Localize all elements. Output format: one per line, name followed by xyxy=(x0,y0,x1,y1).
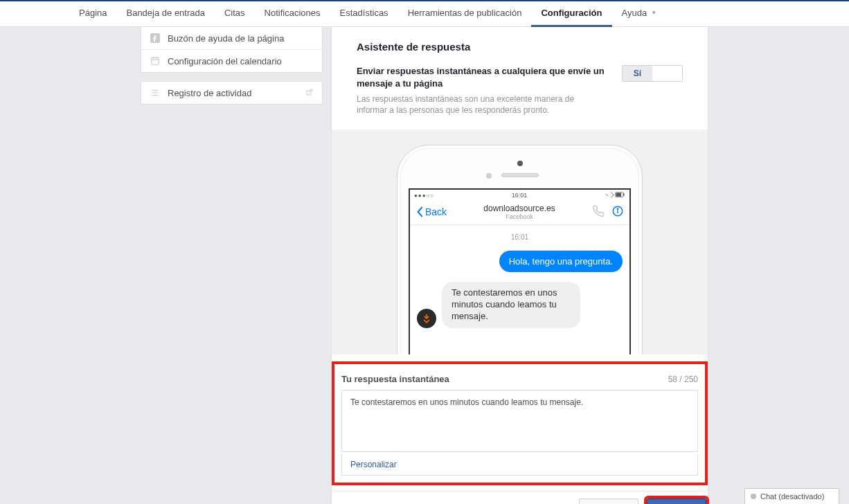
char-count: 58 / 250 xyxy=(668,375,698,384)
phone-speaker-icon xyxy=(501,173,539,177)
action-buttons: Cancelar Guardar xyxy=(332,498,708,504)
list-icon xyxy=(150,87,161,98)
nav-label: Bandeja de entrada xyxy=(126,8,204,18)
outgoing-message: Hola, tengo una pregunta. xyxy=(499,251,623,272)
instant-reply-textarea[interactable] xyxy=(341,390,698,452)
signal-icon: ●●●○○ xyxy=(414,192,434,199)
chat-dock[interactable]: Chat (desactivado) xyxy=(744,488,839,504)
top-nav: Página Bandeja de entrada Citas Notifica… xyxy=(0,0,849,27)
save-button[interactable]: Guardar xyxy=(647,498,706,504)
toggle-off-label xyxy=(652,66,682,81)
nav-label: Citas xyxy=(224,8,245,18)
nav-stats[interactable]: Estadísticas xyxy=(330,1,398,27)
phone-icon xyxy=(592,205,605,219)
conversation-subtitle: Facebook xyxy=(447,213,592,220)
download-arrow-icon xyxy=(421,313,432,324)
status-time: 16:01 xyxy=(512,192,528,199)
nav-label: Configuración xyxy=(541,8,602,18)
facebook-icon xyxy=(150,33,161,44)
sidebar: Buzón de ayuda de la página Configuració… xyxy=(141,27,323,113)
sidebar-item-activity-log[interactable]: Registro de actividad xyxy=(141,82,322,104)
nav-label: Herramientas de publicación xyxy=(408,8,522,18)
personalize-link[interactable]: Personalizar xyxy=(341,454,698,476)
phone-sensor-icon xyxy=(486,173,492,179)
svg-rect-7 xyxy=(616,192,621,196)
section-title: Asistente de respuesta xyxy=(332,27,708,65)
nav-settings[interactable]: Configuración xyxy=(531,1,611,27)
external-link-icon xyxy=(305,88,314,98)
calendar-icon xyxy=(150,55,161,66)
chevron-down-icon: ▼ xyxy=(651,10,656,16)
svg-rect-8 xyxy=(623,193,625,196)
nav-help[interactable]: Ayuda ▼ xyxy=(612,1,667,27)
instant-reply-editor-block: Tu respuesta instantánea 58 / 250 Person… xyxy=(332,361,708,485)
conversation-header: Back downloadsource.es Facebook xyxy=(410,201,629,225)
sidebar-panel: Registro de actividad xyxy=(141,81,323,105)
sidebar-item-label: Registro de actividad xyxy=(168,88,251,98)
cancel-button[interactable]: Cancelar xyxy=(579,498,638,504)
nav-label: Estadísticas xyxy=(340,8,388,18)
nav-pagina[interactable]: Página xyxy=(69,1,116,27)
nav-label: Ayuda xyxy=(622,8,647,18)
message-timestamp: 16:01 xyxy=(417,233,623,241)
avatar xyxy=(417,309,436,328)
nav-citas[interactable]: Citas xyxy=(215,1,255,27)
status-bar: ●●●○○ 16:01 xyxy=(410,190,629,201)
nav-notifications[interactable]: Notificaciones xyxy=(255,1,330,27)
phone-mock: ●●●○○ 16:01 Back downloadsource.es xyxy=(397,145,643,354)
sidebar-item-label: Configuración del calendario xyxy=(168,56,282,66)
editor-title: Tu respuesta instantánea xyxy=(341,374,449,384)
incoming-message: Te contestaremos en unos minutos cuando … xyxy=(442,282,580,328)
setting-description: Las respuestas instantáneas son una exce… xyxy=(357,93,592,116)
info-icon xyxy=(611,205,624,219)
chevron-left-icon xyxy=(415,206,424,217)
sidebar-item-calendar[interactable]: Configuración del calendario xyxy=(141,50,322,72)
sidebar-panel: Buzón de ayuda de la página Configuració… xyxy=(141,27,323,73)
back-label: Back xyxy=(425,206,447,217)
phone-preview-area: ●●●○○ 16:01 Back downloadsource.es xyxy=(332,129,708,354)
phone-screen: ●●●○○ 16:01 Back downloadsource.es xyxy=(409,188,631,354)
setting-heading: Enviar respuestas instantáneas a cualqui… xyxy=(357,65,615,89)
nav-label: Notificaciones xyxy=(265,8,321,18)
chat-dock-label: Chat (desactivado) xyxy=(760,492,824,501)
sidebar-item-help-inbox[interactable]: Buzón de ayuda de la página xyxy=(141,27,322,50)
instant-reply-toggle[interactable]: Sí xyxy=(622,65,683,82)
main-content: Asistente de respuesta Enviar respuestas… xyxy=(331,27,708,504)
conversation-body: 16:01 Hola, tengo una pregunta. Te conte… xyxy=(410,225,629,336)
back-button[interactable]: Back xyxy=(415,206,447,217)
svg-point-11 xyxy=(617,208,618,209)
nav-publishing[interactable]: Herramientas de publicación xyxy=(398,1,532,27)
phone-camera-icon xyxy=(517,161,523,166)
sidebar-item-label: Buzón de ayuda de la página xyxy=(168,33,284,44)
conversation-title: downloadsource.es xyxy=(447,204,592,213)
nav-label: Página xyxy=(79,8,107,18)
toggle-on-label: Sí xyxy=(623,66,652,81)
battery-icon xyxy=(605,192,625,199)
svg-rect-1 xyxy=(152,57,159,64)
nav-inbox[interactable]: Bandeja de entrada xyxy=(116,1,214,27)
